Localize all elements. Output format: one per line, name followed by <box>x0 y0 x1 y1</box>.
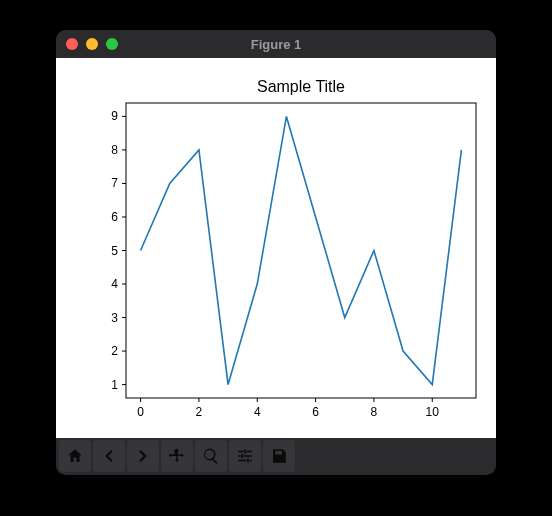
sliders-icon <box>236 447 254 465</box>
y-tick-label: 8 <box>111 143 118 157</box>
svg-rect-0 <box>126 103 476 398</box>
home-icon <box>66 447 84 465</box>
line-series <box>141 116 462 384</box>
y-tick-label: 3 <box>111 311 118 325</box>
save-button[interactable] <box>263 440 295 472</box>
plot-area: Sample Title 0246810123456789 <box>56 58 496 438</box>
titlebar: Figure 1 <box>56 30 496 58</box>
forward-button[interactable] <box>127 440 159 472</box>
zoom-icon <box>202 447 220 465</box>
y-tick-label: 5 <box>111 244 118 258</box>
zoom-button[interactable] <box>195 440 227 472</box>
y-tick-label: 4 <box>111 277 118 291</box>
x-tick-label: 4 <box>254 405 261 419</box>
chart: Sample Title 0246810123456789 <box>56 58 496 438</box>
y-tick-label: 6 <box>111 210 118 224</box>
chart-title: Sample Title <box>257 78 345 95</box>
y-tick-label: 7 <box>111 176 118 190</box>
x-tick-label: 0 <box>137 405 144 419</box>
y-tick-label: 1 <box>111 378 118 392</box>
window-controls <box>56 38 118 50</box>
close-icon[interactable] <box>66 38 78 50</box>
window-title: Figure 1 <box>56 37 496 52</box>
x-tick-label: 8 <box>371 405 378 419</box>
home-button[interactable] <box>59 440 91 472</box>
figure-window: Figure 1 Sample Title 0246810123456789 <box>56 30 496 475</box>
y-tick-label: 9 <box>111 109 118 123</box>
pan-button[interactable] <box>161 440 193 472</box>
save-icon <box>270 447 288 465</box>
x-tick-label: 10 <box>426 405 440 419</box>
y-tick-label: 2 <box>111 344 118 358</box>
configure-button[interactable] <box>229 440 261 472</box>
matplotlib-toolbar <box>56 438 496 474</box>
fullscreen-icon[interactable] <box>106 38 118 50</box>
x-tick-label: 2 <box>196 405 203 419</box>
minimize-icon[interactable] <box>86 38 98 50</box>
move-icon <box>168 447 186 465</box>
arrow-right-icon <box>134 447 152 465</box>
x-tick-label: 6 <box>312 405 319 419</box>
arrow-left-icon <box>100 447 118 465</box>
back-button[interactable] <box>93 440 125 472</box>
